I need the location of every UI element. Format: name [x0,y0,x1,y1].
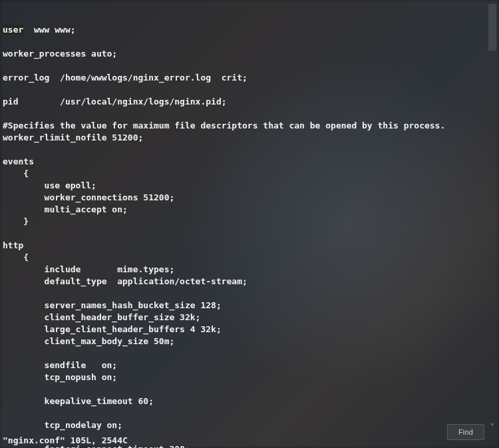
code-line: server_names_hash_bucket_size 128; [3,300,496,312]
code-line: use epoll; [3,180,496,192]
code-line [3,383,496,395]
code-line: worker_connections 51200; [3,192,496,204]
code-line [3,347,496,359]
scrollbar-thumb[interactable] [488,4,496,51]
status-text: "nginx.conf" 105L, 2544C [3,435,128,445]
code-line: worker_rlimit_nofile 51200; [3,132,496,144]
terminal-viewport[interactable]: user www www; worker_processes auto; err… [0,0,499,448]
code-line: pid /usr/local/nginx/logs/nginx.pid; [3,96,496,108]
code-line: tcp_nopush on; [3,371,496,383]
code-line: } [3,216,496,228]
code-line: tcp_nodelay on; [3,419,496,431]
code-line: events [3,156,496,168]
code-line: keepalive_timeout 60; [3,395,496,407]
code-line [3,228,496,240]
code-line: sendfile on; [3,359,496,371]
code-line: #Specifies the value for maximum file de… [3,120,496,132]
code-line: user www www; [3,24,496,36]
code-line: large_client_header_buffers 4 32k; [3,324,496,336]
vertical-scrollbar[interactable]: ⌄ [487,4,498,428]
code-line [3,144,496,156]
code-line [3,60,496,72]
code-line [3,407,496,419]
scroll-down-icon[interactable]: ⌄ [487,417,498,428]
code-line [3,108,496,120]
code-line: { [3,252,496,264]
vim-status-line: "nginx.conf" 105L, 2544C [3,435,128,447]
file-content: user www www; worker_processes auto; err… [3,24,496,448]
code-line: worker_processes auto; [3,48,496,60]
find-button-label: Find [458,426,473,438]
code-line: include mime.types; [3,264,496,276]
code-line: error_log /home/wwwlogs/nginx_error.log … [3,72,496,84]
code-line: { [3,168,496,180]
code-line: http [3,240,496,252]
code-line: client_max_body_size 50m; [3,336,496,347]
code-line: multi_accept on; [3,204,496,216]
code-line: client_header_buffer_size 32k; [3,312,496,324]
code-line: default_type application/octet-stream; [3,276,496,288]
code-line [3,84,496,96]
find-button[interactable]: Find [447,424,484,440]
code-line [3,288,496,300]
code-line [3,36,496,48]
